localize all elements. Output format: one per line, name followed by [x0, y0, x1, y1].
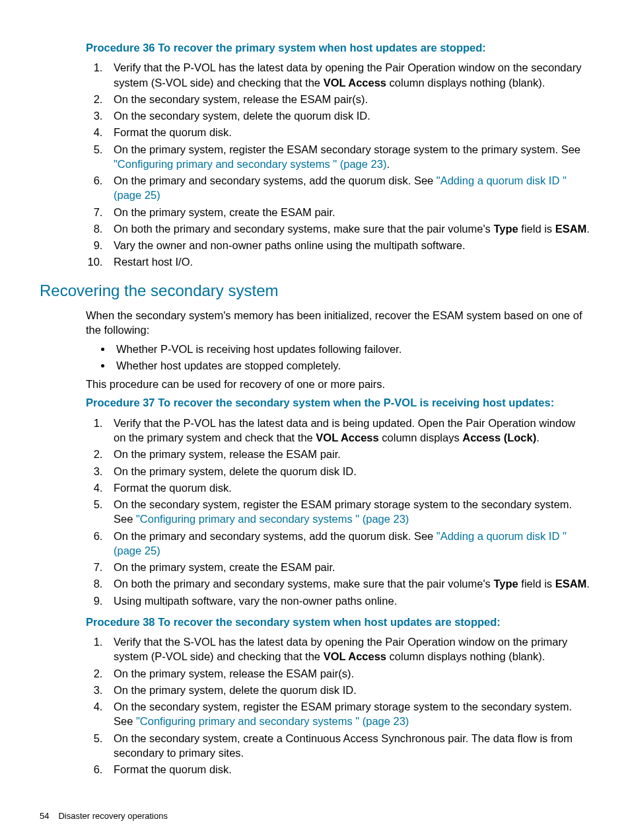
bold-text: ESAM [555, 578, 587, 590]
bold-text: VOL Access [316, 432, 378, 443]
list-item: Whether P-VOL is receiving host updates … [112, 342, 590, 356]
bold-text: Type [493, 223, 518, 235]
link-configuring-systems[interactable]: "Configuring primary and secondary syste… [136, 513, 409, 525]
bold-text: VOL Access [324, 77, 386, 89]
text: . [386, 158, 390, 170]
text: . [536, 432, 540, 443]
list-item: On the secondary system, register the ES… [106, 497, 590, 527]
text: On both the primary and secondary system… [114, 223, 493, 235]
list-item: On both the primary and secondary system… [106, 221, 590, 236]
list-item: On the primary and secondary systems, ad… [106, 173, 590, 203]
list-item: On the primary system, create the ESAM p… [106, 205, 590, 219]
text: On the primary and secondary systems, ad… [114, 530, 437, 542]
chapter-title: Disaster recovery operations [58, 811, 167, 821]
list-item: On the primary system, release the ESAM … [106, 447, 590, 461]
page-footer: 54Disaster recovery operations [40, 810, 590, 822]
list-item: Vary the owner and non-owner paths onlin… [106, 238, 590, 252]
bold-text: VOL Access [324, 650, 386, 662]
procedure-37-title: Procedure 37 To recover the secondary sy… [86, 395, 590, 410]
list-item: Verify that the P-VOL has the latest dat… [106, 416, 590, 445]
list-item: On the secondary system, release the ESA… [106, 92, 590, 106]
list-item: Format the quorum disk. [106, 762, 590, 777]
procedure-37-steps: Verify that the P-VOL has the latest dat… [86, 416, 590, 608]
list-item: Verify that the P-VOL has the latest dat… [106, 60, 590, 90]
text: field is [518, 578, 555, 590]
bold-text: Access (Lock) [462, 432, 536, 443]
list-item: Verify that the S-VOL has the latest dat… [106, 634, 590, 664]
intro-paragraph: When the secondary system's memory has b… [86, 308, 590, 338]
text: On the primary and secondary systems, ad… [114, 174, 437, 186]
procedure-36-title: Procedure 36 To recover the primary syst… [86, 40, 590, 55]
text: column displays nothing (blank). [386, 77, 545, 89]
text: column displays nothing (blank). [386, 650, 545, 662]
text: . [586, 223, 590, 235]
text: column displays [379, 432, 463, 443]
list-item: Format the quorum disk. [106, 480, 590, 495]
text: On both the primary and secondary system… [114, 578, 493, 590]
note-paragraph: This procedure can be used for recovery … [86, 377, 590, 391]
list-item: On the primary system, delete the quorum… [106, 683, 590, 697]
list-item: On both the primary and secondary system… [106, 576, 590, 591]
bullet-list: Whether P-VOL is receiving host updates … [86, 342, 590, 373]
list-item: Format the quorum disk. [106, 125, 590, 139]
text: . [586, 578, 590, 590]
list-item: Restart host I/O. [106, 254, 590, 269]
bold-text: Type [493, 578, 518, 590]
bold-text: ESAM [555, 223, 587, 235]
page-number: 54 [40, 810, 49, 822]
procedure-38-title: Procedure 38 To recover the secondary sy… [86, 615, 590, 629]
list-item: On the secondary system, create a Contin… [106, 731, 590, 761]
link-configuring-systems[interactable]: "Configuring primary and secondary syste… [136, 715, 409, 727]
list-item: On the secondary system, register the ES… [106, 699, 590, 729]
list-item: On the primary system, delete the quorum… [106, 464, 590, 478]
procedure-38-steps: Verify that the S-VOL has the latest dat… [86, 634, 590, 777]
list-item: On the primary and secondary systems, ad… [106, 529, 590, 558]
section-heading-recovering-secondary: Recovering the secondary system [40, 280, 590, 301]
list-item: On the primary system, register the ESAM… [106, 142, 590, 172]
list-item: Whether host updates are stopped complet… [112, 358, 590, 373]
text: field is [518, 223, 555, 235]
link-configuring-systems[interactable]: "Configuring primary and secondary syste… [114, 158, 386, 170]
list-item: On the primary system, create the ESAM p… [106, 560, 590, 574]
list-item: On the primary system, release the ESAM … [106, 666, 590, 681]
list-item: Using multipath software, vary the non-o… [106, 593, 590, 608]
text: On the primary system, register the ESAM… [114, 143, 580, 155]
list-item: On the secondary system, delete the quor… [106, 108, 590, 123]
procedure-36-steps: Verify that the P-VOL has the latest dat… [86, 60, 590, 269]
